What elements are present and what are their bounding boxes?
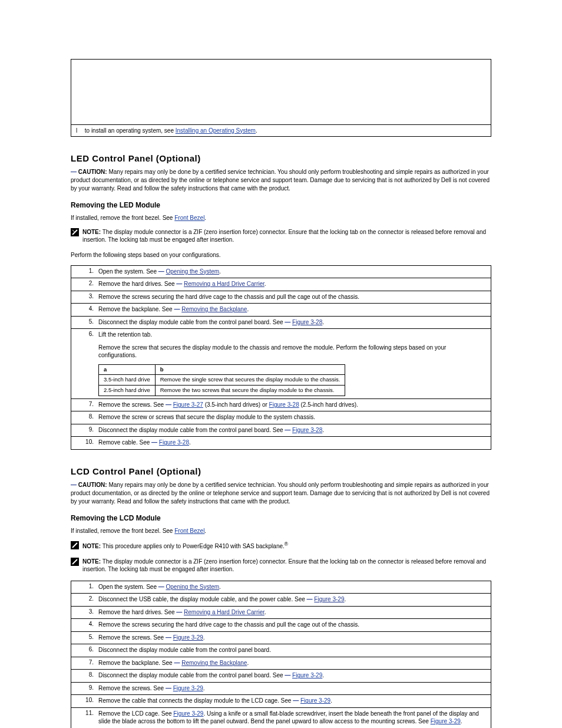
link-opening-system-1[interactable]: Opening the System <box>166 268 220 275</box>
top-fragment-text: to install an operating system, see <box>85 127 174 134</box>
link-fig-3-28-c[interactable]: Figure 3-28 <box>292 427 322 433</box>
s1-intro: If installed, remove the front bezel. Se… <box>71 214 491 222</box>
note-2a: NOTE: This procedure applies only to Pow… <box>71 541 491 551</box>
link-remove-backplane-1[interactable]: Removing the Backplane <box>181 306 247 312</box>
link-fig-3-29-g[interactable]: Figure 3-29 <box>431 718 461 724</box>
link-fig-3-29-a[interactable]: Figure 3-29 <box>314 596 344 602</box>
link-fig-3-28-a[interactable]: Figure 3-28 <box>292 319 322 325</box>
link-opening-system-2[interactable]: Opening the System <box>166 584 220 590</box>
link-fig-3-29-c[interactable]: Figure 3-29 <box>292 672 322 678</box>
link-remove-hd-carrier-2[interactable]: Removing a Hard Drive Carrier <box>184 609 265 615</box>
subsection-remove-led: Removing the LED Module <box>71 201 491 209</box>
link-fig-3-29-d[interactable]: Figure 3-29 <box>173 685 203 691</box>
link-fig-3-29-b[interactable]: Figure 3-29 <box>173 634 203 641</box>
link-install-os[interactable]: Installing an Operating System <box>176 127 256 134</box>
top-fragment-box: l to install an operating system, see In… <box>71 59 491 137</box>
link-fig-3-28-d[interactable]: Figure 3-28 <box>159 439 189 446</box>
link-front-bezel-1[interactable]: Front Bezel <box>174 215 204 221</box>
bullet: l <box>76 127 83 134</box>
proc-table-1: 1.Open the system. See — Opening the Sys… <box>71 265 491 450</box>
note-icon <box>71 228 79 236</box>
note-2b: NOTE: The display module connector is a … <box>71 558 491 574</box>
registered-symbol: ® <box>285 541 288 547</box>
proc-table-2: 1.Open the system. See — Opening the Sys… <box>71 581 491 728</box>
link-fig-3-29-e[interactable]: Figure 3-29 <box>300 697 330 704</box>
link-fig-3-28-b[interactable]: Figure 3-28 <box>269 401 299 408</box>
section-heading-lcd: LCD Control Panel (Optional) <box>71 466 491 476</box>
note-1: NOTE: The display module connector is a … <box>71 228 491 244</box>
note-icon <box>71 541 79 549</box>
s2-intro: If installed, remove the front bezel. Se… <box>71 527 491 535</box>
link-front-bezel-2[interactable]: Front Bezel <box>174 528 204 534</box>
link-fig-3-29-f[interactable]: Figure 3-29 <box>173 710 203 717</box>
inner-config-table: ab 3.5-inch hard driveRemove the single … <box>98 364 345 396</box>
link-fig-3-27[interactable]: Figure 3-27 <box>173 401 203 408</box>
section-heading-led: LED Control Panel (Optional) <box>71 153 491 163</box>
note-icon <box>71 558 79 566</box>
subsection-remove-lcd: Removing the LCD Module <box>71 514 491 522</box>
caution-text-1: — CAUTION: Many repairs may only be done… <box>71 168 491 193</box>
s1-post-note: Perform the following steps based on you… <box>71 251 491 259</box>
link-remove-backplane-2[interactable]: Removing the Backplane <box>181 660 247 666</box>
link-remove-hd-carrier-1[interactable]: Removing a Hard Drive Carrier <box>184 281 265 287</box>
caution-text-2: — CAUTION: Many repairs may only be done… <box>71 481 491 506</box>
